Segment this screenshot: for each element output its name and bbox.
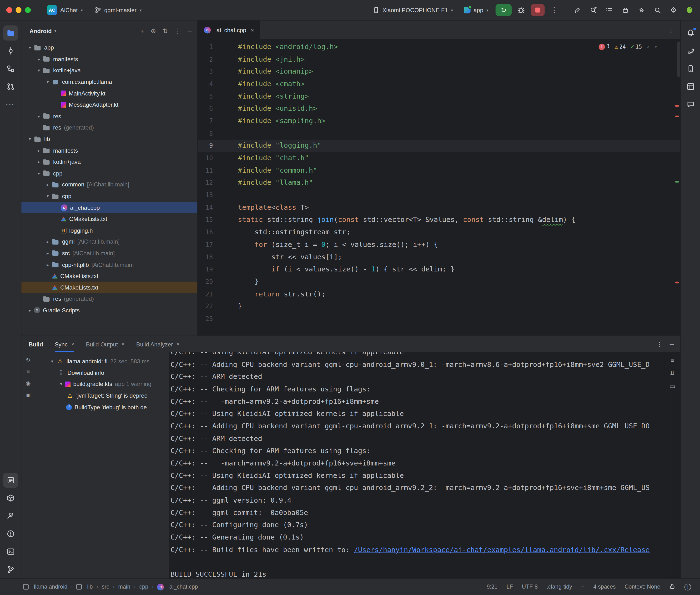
code-line[interactable]: 11#include "common.h"	[198, 164, 680, 177]
code-line[interactable]: 9#include "logging.h"	[198, 140, 680, 152]
preview-icon[interactable]: ▣	[26, 391, 31, 398]
device-explorer-button[interactable]	[683, 61, 698, 77]
layout-inspector-button[interactable]	[683, 79, 698, 94]
build-tab-sync[interactable]: Sync×	[55, 336, 74, 352]
breadcrumb-item[interactable]: src	[102, 584, 109, 590]
plugins-button[interactable]	[619, 4, 632, 16]
breadcrumb-item[interactable]: cpp	[139, 584, 148, 590]
breadcrumb-item[interactable]: ai_chat.cpp	[169, 584, 198, 590]
project-tree-item[interactable]: CMakeLists.txt	[22, 213, 197, 225]
error-stripe-mark[interactable]	[675, 282, 679, 283]
close-tab-icon[interactable]: ×	[251, 27, 254, 33]
version-control-tool-button[interactable]	[3, 562, 18, 577]
code-line[interactable]: 10#include "chat.h"	[198, 152, 680, 164]
code-line[interactable]: 6#include <unistd.h>	[198, 103, 680, 115]
project-tree-item[interactable]: CMakeLists.txt	[22, 271, 197, 282]
project-tree-item[interactable]: MessageAdapter.kt	[22, 99, 197, 111]
commit-tool-button[interactable]	[3, 43, 18, 59]
share-link-button[interactable]	[635, 4, 647, 16]
code-tools-button[interactable]	[571, 4, 583, 16]
code-line[interactable]: 5#include <string>	[198, 90, 680, 103]
statusbar-indent-style[interactable]: 4 spaces	[593, 584, 616, 590]
project-tree-item[interactable]: ▸manifests	[22, 145, 197, 156]
project-selector[interactable]: AC AiChat ▾	[43, 3, 86, 17]
hide-panel-icon[interactable]: ─	[188, 27, 192, 34]
console-link[interactable]: /Users/hanyin/Workspace/ai-chat/examples…	[354, 546, 650, 554]
lock-icon[interactable]	[669, 583, 675, 591]
code-line[interactable]: 17 for (size_t i = 0; i < values.size();…	[198, 238, 680, 251]
error-stripe-mark[interactable]	[675, 115, 679, 117]
code-line[interactable]: 14template<class T>	[198, 201, 680, 214]
tab-options-kebab-icon[interactable]: ⋮	[668, 26, 674, 34]
close-tab-icon[interactable]: ×	[71, 341, 74, 347]
prev-problem-icon[interactable]: ▵	[647, 44, 649, 49]
logcat-tool-button[interactable]	[3, 473, 18, 488]
code-line[interactable]: 16 std::ostringstream str;	[198, 226, 680, 238]
project-tree-item[interactable]: ▾cpp	[22, 168, 197, 179]
search-actions-button[interactable]	[587, 4, 599, 16]
project-tool-button[interactable]	[3, 26, 18, 41]
statusbar-caret-position[interactable]: 9:21	[486, 584, 498, 590]
branch-selector[interactable]: ggml-master ▾	[91, 5, 145, 15]
debug-button[interactable]	[515, 4, 527, 16]
gradle-button[interactable]	[683, 43, 698, 59]
code-line[interactable]: 18 str << values[i];	[198, 251, 680, 263]
project-tree-item[interactable]: ▾com.example.llama	[22, 76, 197, 88]
breadcrumb-item[interactable]: lib	[87, 584, 93, 590]
ai-assistant-button[interactable]	[683, 4, 696, 16]
build-tool-button[interactable]	[3, 508, 18, 523]
build-tab-build-analyzer[interactable]: Build Analyzer×	[136, 336, 180, 352]
editor-tab[interactable]: C ai_chat.cpp ×	[198, 21, 260, 39]
project-tree-item[interactable]: Hlogging.h	[22, 225, 197, 236]
build-tree-item[interactable]: ⚠'jvmTarget: String' is deprec	[35, 390, 169, 401]
project-tree-item[interactable]: CMakeLists.txt	[22, 282, 197, 293]
breadcrumb-item[interactable]: llama.android	[34, 584, 67, 590]
more-actions-button[interactable]: ⋮	[548, 4, 560, 16]
code-line[interactable]: 2#include <jni.h>	[198, 53, 680, 65]
app-insights-button[interactable]	[683, 97, 698, 112]
code-line[interactable]: 7#include <sampling.h>	[198, 115, 680, 127]
statusbar-line-ending[interactable]: LF	[506, 584, 513, 590]
code-line[interactable]: 15static std::string join(const std::vec…	[198, 214, 680, 226]
project-view-selector[interactable]: Android	[30, 27, 52, 34]
code-line[interactable]: 4#include <cmath>	[198, 78, 680, 90]
pin-icon[interactable]: ◉	[26, 380, 30, 387]
build-tree-item[interactable]: ▾⚠llama.android: fi22 sec, 583 ms	[35, 356, 169, 367]
project-tree-item[interactable]: res(generated)	[22, 122, 197, 133]
project-tree-item[interactable]: ▸res	[22, 111, 197, 122]
hide-build-panel-icon[interactable]: ─	[670, 340, 674, 348]
statusbar-clang-tidy-profile[interactable]: .clang-tidy	[547, 584, 572, 590]
build-tree-item[interactable]: ↧Download info	[35, 367, 169, 378]
project-tree-item[interactable]: ▸src[AiChat.lib.main]	[22, 248, 197, 259]
locate-file-icon[interactable]: ⊕	[151, 27, 156, 34]
code-line[interactable]: 21 return str.str();	[198, 288, 680, 300]
close-tab-icon[interactable]: ×	[176, 341, 179, 347]
scroll-to-end-icon[interactable]: ⇊	[670, 370, 675, 377]
terminal-tool-button[interactable]	[3, 544, 18, 559]
notifications-button[interactable]	[683, 26, 698, 41]
build-console[interactable]: C/C++: -- Using KleidiAI optimized kerne…	[170, 352, 664, 578]
breadcrumb-item[interactable]: main	[118, 584, 130, 590]
re-sync-icon[interactable]: ↻	[26, 357, 30, 363]
code-line[interactable]: 22}	[198, 300, 680, 312]
pull-requests-tool-button[interactable]	[3, 79, 18, 94]
build-tree-item[interactable]: iBuildType 'debug' is both de	[35, 401, 169, 413]
code-line[interactable]: 12#include "llama.h"	[198, 176, 680, 189]
error-stripe-mark[interactable]	[675, 105, 679, 107]
add-icon[interactable]: +	[140, 27, 144, 34]
code-line[interactable]: 19 if (i < values.size() - 1) { str << d…	[198, 263, 680, 276]
project-tree-item[interactable]: ▸kotlin+java	[22, 156, 197, 168]
problems-tool-button[interactable]	[3, 526, 18, 541]
project-tree-item[interactable]: ▾lib	[22, 133, 197, 145]
run-configuration-selector[interactable]: app ▾	[460, 5, 492, 15]
project-tree-item[interactable]: ▾app	[22, 42, 197, 53]
soft-wrap-icon[interactable]: ≡	[670, 357, 674, 364]
expand-all-icon[interactable]: ⇅	[163, 27, 168, 34]
project-tree-item[interactable]: res(generated)	[22, 293, 197, 305]
stop-sync-icon[interactable]: ■	[26, 368, 30, 375]
project-tree-item[interactable]: ▸cpp-httplib[AiChat.lib.main]	[22, 259, 197, 271]
build-tree-item[interactable]: ▾build.gradle.ktsapp 1 warning	[35, 378, 169, 390]
code-line[interactable]: 20 }	[198, 276, 680, 288]
next-problem-icon[interactable]: ▿	[654, 44, 657, 49]
project-tree-item[interactable]: Cai_chat.cpp	[22, 202, 197, 213]
